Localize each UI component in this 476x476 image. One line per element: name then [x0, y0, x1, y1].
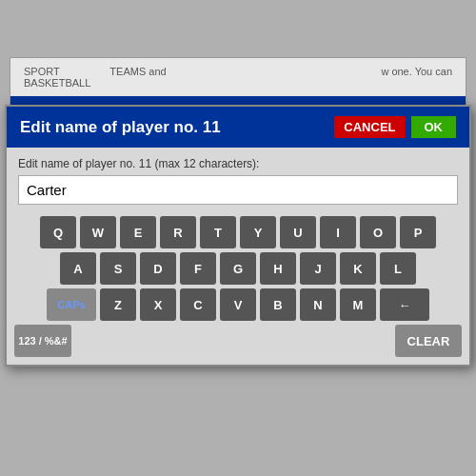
key-x[interactable]: X: [140, 288, 176, 321]
modal-header-buttons: CANCEL OK: [334, 116, 456, 138]
keyboard-row-4: 123 / %&# CLEAR: [14, 325, 462, 357]
bg-desc: w one. You can: [381, 66, 452, 89]
caps-key[interactable]: CAPs: [47, 288, 96, 321]
key-j[interactable]: J: [300, 252, 336, 285]
key-b[interactable]: B: [260, 288, 296, 321]
key-z[interactable]: Z: [100, 288, 136, 321]
key-k[interactable]: K: [340, 252, 376, 285]
backspace-key[interactable]: ←: [380, 288, 429, 321]
cancel-button[interactable]: CANCEL: [334, 116, 405, 138]
clear-key[interactable]: CLEAR: [395, 325, 462, 357]
keyboard-row-2: A S D F G H J K L: [14, 252, 462, 285]
key-m[interactable]: M: [340, 288, 376, 321]
symbols-key[interactable]: 123 / %&#: [14, 325, 71, 357]
key-u[interactable]: U: [280, 216, 316, 248]
key-y[interactable]: Y: [240, 216, 276, 248]
key-v[interactable]: V: [220, 288, 256, 321]
sport-label: SPORTBASKETBALL: [24, 66, 90, 89]
bg-labels: SPORTBASKETBALL TEAMS and w one. You can: [10, 58, 466, 96]
key-g[interactable]: G: [220, 252, 256, 285]
key-s[interactable]: S: [100, 252, 136, 285]
key-i[interactable]: I: [320, 216, 356, 248]
keyboard-row-1: Q W E R T Y U I O P: [14, 216, 462, 248]
key-r[interactable]: R: [160, 216, 196, 248]
modal-header: Edit name of player no. 11 CANCEL OK: [7, 107, 469, 148]
keyboard-spacer: [75, 325, 391, 357]
key-q[interactable]: Q: [40, 216, 76, 248]
edit-player-modal: Edit name of player no. 11 CANCEL OK Edi…: [5, 105, 471, 367]
key-n[interactable]: N: [300, 288, 336, 321]
key-e[interactable]: E: [120, 216, 156, 248]
player-name-input[interactable]: [18, 175, 458, 205]
key-a[interactable]: A: [60, 252, 96, 285]
modal-title: Edit name of player no. 11: [20, 118, 221, 137]
key-h[interactable]: H: [260, 252, 296, 285]
teams-label: TEAMS and: [109, 66, 166, 89]
key-p[interactable]: P: [400, 216, 436, 248]
ok-button[interactable]: OK: [411, 116, 457, 138]
key-w[interactable]: W: [80, 216, 116, 248]
key-l[interactable]: L: [380, 252, 416, 285]
keyboard: Q W E R T Y U I O P A S D F G H J K L CA…: [7, 210, 469, 365]
input-label: Edit name of player no. 11 (max 12 chara…: [18, 157, 458, 170]
modal-body: Edit name of player no. 11 (max 12 chara…: [7, 148, 469, 210]
key-o[interactable]: O: [360, 216, 396, 248]
key-t[interactable]: T: [200, 216, 236, 248]
keyboard-row-3: CAPs Z X C V B N M ←: [14, 288, 462, 321]
key-f[interactable]: F: [180, 252, 216, 285]
key-d[interactable]: D: [140, 252, 176, 285]
key-c[interactable]: C: [180, 288, 216, 321]
